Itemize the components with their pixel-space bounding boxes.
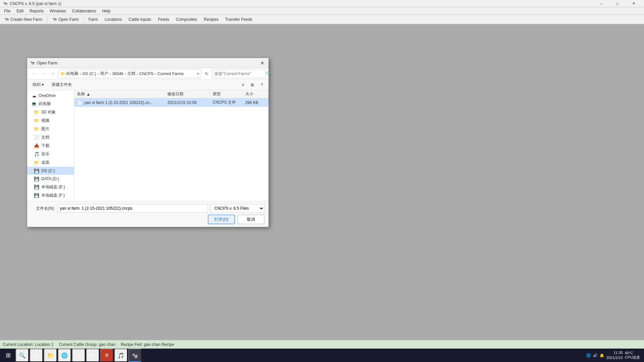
sidebar-label-pictures: 图片 bbox=[41, 126, 49, 132]
open-farm-dialog: 🐄 Open Farm ✕ ← → ↑ 📁 此电脑 › OS (C:) › 用户… bbox=[27, 58, 269, 227]
organize-button[interactable]: 组织 ▾ bbox=[30, 81, 46, 89]
location-label: Current Location: bbox=[3, 342, 34, 347]
os-c-icon: 💾 bbox=[34, 168, 39, 173]
view-button[interactable]: ≡ bbox=[239, 81, 247, 89]
sidebar-item-3d[interactable]: 📁 3D 对象 bbox=[27, 108, 74, 116]
cattle-inputs-button[interactable]: Cattle Inputs bbox=[126, 15, 154, 23]
taskbar-date: 2021/2/15 bbox=[606, 355, 623, 360]
dialog-close-button[interactable]: ✕ bbox=[259, 60, 266, 66]
sidebar-item-onedrive[interactable]: ☁ OneDrive bbox=[27, 92, 74, 100]
cattle-inputs-label: Cattle Inputs bbox=[129, 17, 151, 22]
local-e-icon: 💾 bbox=[34, 185, 39, 190]
breadcrumb-36046[interactable]: 36046 bbox=[112, 71, 123, 76]
taskbar-office[interactable]: O bbox=[100, 349, 114, 362]
taskbar-network: 🌐 bbox=[586, 353, 591, 358]
menu-windows[interactable]: Windows bbox=[47, 7, 69, 15]
taskbar-time: 11:35 bbox=[606, 350, 623, 355]
sidebar-label-data-d: DATA (D:) bbox=[41, 176, 59, 181]
farm-button[interactable]: Farm bbox=[86, 15, 100, 23]
file-date-cell: 2021/2/15 10:59 bbox=[165, 100, 210, 106]
menu-collaborators[interactable]: Collaborators bbox=[70, 7, 99, 15]
new-folder-button[interactable]: 新建文件夹 bbox=[49, 81, 75, 89]
cancel-button[interactable]: 取消 bbox=[238, 215, 264, 224]
taskbar-search[interactable]: 🔍 bbox=[15, 349, 29, 362]
breadcrumb-os[interactable]: OS (C:) bbox=[82, 71, 96, 76]
minimize-button[interactable]: ─ bbox=[594, 0, 609, 7]
menu-edit[interactable]: Edit bbox=[14, 7, 26, 15]
sidebar-item-documents[interactable]: 📄 文档 bbox=[27, 133, 74, 142]
composites-label: Composites bbox=[176, 17, 197, 22]
grid-view-button[interactable]: ⊞ bbox=[248, 81, 257, 89]
breadcrumb-this-pc[interactable]: 此电脑 bbox=[66, 71, 78, 76]
back-button[interactable]: ← bbox=[30, 70, 38, 78]
taskbar-task-view[interactable]: ❑ bbox=[30, 349, 43, 362]
menu-bar: File Edit Reports Windows Collaborators … bbox=[0, 7, 644, 15]
feeds-button[interactable]: Feeds bbox=[155, 15, 172, 23]
sidebar-item-os-c[interactable]: 💾 OS (C:) bbox=[27, 167, 74, 175]
start-button[interactable]: ⊞ bbox=[1, 349, 15, 362]
taskbar-mail[interactable]: ✉ bbox=[86, 349, 99, 362]
sidebar-item-local-f[interactable]: 💾 本地磁盘 (F:) bbox=[27, 191, 74, 200]
feeds-label: Feeds bbox=[158, 17, 169, 22]
col-header-name[interactable]: 名称 ▲ bbox=[74, 90, 165, 98]
temp-value: 40°C bbox=[625, 351, 640, 355]
recipes-button[interactable]: Recipes bbox=[201, 15, 221, 23]
col-header-date[interactable]: 修改日期 bbox=[165, 90, 210, 98]
sidebar-label-this-pc: 此电脑 bbox=[39, 101, 51, 107]
fm-toolbar-right: ≡ ⊞ ? bbox=[239, 81, 266, 89]
taskbar-store[interactable]: 🛍 bbox=[72, 349, 85, 362]
col-header-type[interactable]: 类型 bbox=[210, 90, 243, 98]
taskbar-edge[interactable]: 🌐 bbox=[58, 349, 71, 362]
file-name: yan xi farm 1 (2-15-2021 105222).cn... bbox=[84, 100, 153, 105]
title-bar-left: 🐄 CNCPS v. 6.5 (yan xi farm 1) bbox=[3, 1, 61, 6]
sidebar-item-videos[interactable]: 📁 视频 bbox=[27, 116, 74, 125]
create-new-farm-button[interactable]: 🐄 Create New Farm bbox=[1, 15, 45, 23]
create-farm-icon: 🐄 bbox=[4, 17, 9, 22]
breadcrumb-documents[interactable]: 文档 bbox=[127, 71, 135, 76]
refresh-button[interactable]: ↻ bbox=[203, 70, 211, 78]
app-icon: 🐄 bbox=[3, 1, 8, 6]
search-icon: 🔍 bbox=[266, 71, 271, 76]
local-f-icon: 💾 bbox=[34, 193, 39, 198]
transfer-feeds-button[interactable]: Transfer Feeds bbox=[222, 15, 255, 23]
breadcrumb-user[interactable]: 用户 bbox=[100, 71, 108, 76]
breadcrumb-dropdown-icon[interactable]: ▾ bbox=[197, 72, 199, 75]
sidebar-item-this-pc[interactable]: 💻 此电脑 bbox=[27, 100, 74, 108]
file-type-cell: CNCPS 文件 bbox=[210, 99, 243, 106]
sidebar-item-data-d[interactable]: 💾 DATA (D:) bbox=[27, 175, 74, 183]
forward-button[interactable]: → bbox=[39, 70, 47, 78]
filename-input[interactable] bbox=[57, 204, 208, 213]
taskbar-spotify[interactable]: 🎵 bbox=[114, 349, 128, 362]
table-row[interactable]: 📄 yan xi farm 1 (2-15-2021 105222).cn...… bbox=[74, 98, 268, 107]
sidebar-item-music[interactable]: 🎵 音乐 bbox=[27, 150, 74, 158]
col-header-size[interactable]: 大小 bbox=[243, 90, 268, 98]
dialog-titlebar: 🐄 Open Farm ✕ bbox=[27, 58, 268, 68]
toolbar-separator-2 bbox=[83, 16, 84, 23]
composites-button[interactable]: Composites bbox=[173, 15, 200, 23]
open-farm-button[interactable]: 🐄 Open Farm bbox=[49, 15, 82, 23]
filetype-select[interactable]: CNCPS v. 6.5 Files All Files bbox=[211, 204, 264, 213]
breadcrumb-cncps[interactable]: CNCPS bbox=[139, 71, 154, 76]
menu-help[interactable]: Help bbox=[99, 7, 113, 15]
menu-file[interactable]: File bbox=[1, 7, 13, 15]
up-button[interactable]: ↑ bbox=[49, 70, 57, 78]
search-input[interactable] bbox=[214, 71, 265, 76]
sidebar-item-pictures[interactable]: 📁 图片 bbox=[27, 125, 74, 133]
locations-button[interactable]: Locations bbox=[102, 15, 124, 23]
sidebar-item-local-e[interactable]: 💾 本地磁盘 (E:) bbox=[27, 183, 74, 191]
breadcrumb-bar[interactable]: 📁 此电脑 › OS (C:) › 用户 › 36046 › 文档 › CNCP… bbox=[58, 69, 201, 78]
taskbar-explorer[interactable]: 📁 bbox=[44, 349, 57, 362]
restore-button[interactable]: □ bbox=[610, 0, 625, 7]
taskbar-cncps[interactable]: 🐄 bbox=[128, 349, 142, 362]
sidebar-item-desktop[interactable]: 📁 桌面 bbox=[27, 158, 74, 167]
create-new-farm-label: Create New Farm bbox=[10, 17, 42, 22]
title-bar: 🐄 CNCPS v. 6.5 (yan xi farm 1) ─ □ ✕ bbox=[0, 0, 644, 7]
open-button[interactable]: 打开(O) bbox=[208, 215, 235, 224]
menu-reports[interactable]: Reports bbox=[27, 7, 46, 15]
help-button[interactable]: ? bbox=[258, 81, 266, 89]
close-button[interactable]: ✕ bbox=[626, 0, 641, 7]
breadcrumb-current-farms[interactable]: Current Farms bbox=[158, 71, 183, 76]
search-box[interactable]: 🔍 bbox=[212, 69, 266, 78]
taskbar-clock[interactable]: 11:35 2021/2/15 bbox=[606, 350, 623, 361]
sidebar-item-downloads[interactable]: 📥 下载 bbox=[27, 142, 74, 150]
